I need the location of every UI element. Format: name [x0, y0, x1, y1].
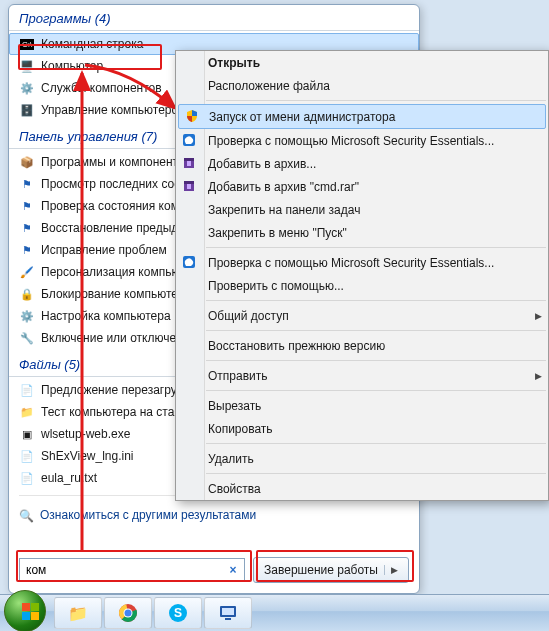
svg-rect-5: [184, 181, 194, 184]
clear-search-icon[interactable]: ×: [226, 563, 240, 577]
flag-icon: ⚑: [19, 176, 35, 192]
feat-icon: 🔧: [19, 330, 35, 346]
lock-icon: 🔒: [19, 286, 35, 302]
more-results-link[interactable]: 🔍Ознакомиться с другими результатами: [9, 500, 419, 523]
chevron-right-icon[interactable]: ▶: [384, 565, 398, 575]
shield-icon: [184, 108, 200, 124]
folder-icon: 📁: [19, 404, 35, 420]
mse-icon: [181, 132, 197, 148]
context-menu-item[interactable]: Общий доступ▶: [176, 304, 548, 327]
rar-icon: [181, 178, 197, 194]
context-menu-item[interactable]: Проверить с помощью...: [176, 274, 548, 297]
context-menu-label: Свойства: [208, 482, 261, 496]
submenu-arrow-icon: ▶: [535, 311, 542, 321]
context-menu-item[interactable]: Проверка с помощью Microsoft Security Es…: [176, 129, 548, 152]
svg-rect-3: [187, 161, 191, 166]
context-menu-item[interactable]: Добавить в архив "cmd.rar": [176, 175, 548, 198]
context-menu-item[interactable]: Копировать: [176, 417, 548, 440]
context-menu-label: Закрепить на панели задач: [208, 203, 360, 217]
start-button[interactable]: [4, 590, 46, 631]
context-menu-separator: [206, 360, 546, 361]
shutdown-button[interactable]: Завершение работы ▶: [253, 557, 409, 583]
context-menu-item[interactable]: Закрепить в меню "Пуск": [176, 221, 548, 244]
pers-icon: 🖌️: [19, 264, 35, 280]
context-menu-item[interactable]: Восстановить прежнюю версию: [176, 334, 548, 357]
shutdown-label: Завершение работы: [264, 563, 378, 577]
context-menu-item[interactable]: Проверка с помощью Microsoft Security Es…: [176, 251, 548, 274]
context-menu-item[interactable]: Удалить: [176, 447, 548, 470]
context-menu-label: Отправить: [208, 369, 268, 383]
context-menu-label: Проверить с помощью...: [208, 279, 344, 293]
taskbar: 📁 S: [0, 594, 549, 631]
result-label: Настройка компьютера: [41, 309, 171, 323]
context-menu-label: Расположение файла: [208, 79, 330, 93]
flag-icon: ⚑: [19, 242, 35, 258]
taskbar-skype-button[interactable]: S: [154, 597, 202, 629]
result-label: Компьютер: [41, 59, 103, 73]
exe-icon: ▣: [19, 426, 35, 442]
result-label: Службы компонентов: [41, 81, 162, 95]
context-menu-item[interactable]: Отправить▶: [176, 364, 548, 387]
pc-icon: 🖥️: [19, 58, 35, 74]
cmd-icon: C:\: [19, 36, 35, 52]
flag-icon: ⚑: [19, 198, 35, 214]
context-menu-label: Добавить в архив...: [208, 157, 316, 171]
context-menu: ОткрытьРасположение файлаЗапуск от имени…: [175, 50, 549, 501]
context-menu-label: Удалить: [208, 452, 254, 466]
monitor-icon: [218, 603, 238, 623]
submenu-arrow-icon: ▶: [535, 371, 542, 381]
context-menu-item[interactable]: Добавить в архив...: [176, 152, 548, 175]
mgmt-icon: 🗄️: [19, 102, 35, 118]
result-label: Управление компьютером: [41, 103, 186, 117]
context-menu-label: Общий доступ: [208, 309, 289, 323]
context-menu-label: Проверка с помощью Microsoft Security Es…: [208, 134, 494, 148]
context-menu-label: Открыть: [208, 56, 260, 70]
context-menu-separator: [206, 300, 546, 301]
svc-icon: ⚙️: [19, 80, 35, 96]
context-menu-item[interactable]: Свойства: [176, 477, 548, 500]
context-menu-label: Восстановить прежнюю версию: [208, 339, 385, 353]
txt-icon: 📄: [19, 470, 35, 486]
gear-icon: ⚙️: [19, 308, 35, 324]
taskbar-app-button[interactable]: [204, 597, 252, 629]
context-menu-separator: [206, 247, 546, 248]
chrome-icon: [118, 603, 138, 623]
context-menu-item[interactable]: Расположение файла: [176, 74, 548, 97]
context-menu-separator: [206, 390, 546, 391]
skype-icon: S: [168, 603, 188, 623]
svg-rect-6: [187, 184, 191, 189]
context-menu-separator: [206, 473, 546, 474]
taskbar-chrome-button[interactable]: [104, 597, 152, 629]
context-menu-item[interactable]: Запуск от имени администратора: [178, 104, 546, 129]
result-label: Командная строка: [41, 37, 143, 51]
result-label: eula_ru.txt: [41, 471, 97, 485]
search-row: × Завершение работы ▶: [19, 557, 409, 583]
context-menu-label: Проверка с помощью Microsoft Security Es…: [208, 256, 494, 270]
mse-icon: [181, 254, 197, 270]
context-menu-label: Запуск от имени администратора: [209, 110, 395, 124]
context-menu-label: Добавить в архив "cmd.rar": [208, 180, 359, 194]
context-menu-separator: [206, 443, 546, 444]
svg-rect-2: [184, 158, 194, 161]
context-menu-item[interactable]: Открыть: [176, 51, 548, 74]
context-menu-label: Закрепить в меню "Пуск": [208, 226, 347, 240]
svg-text:S: S: [174, 606, 182, 620]
context-menu-item[interactable]: Закрепить на панели задач: [176, 198, 548, 221]
taskbar-explorer-button[interactable]: 📁: [54, 597, 102, 629]
context-menu-label: Вырезать: [208, 399, 261, 413]
section-header-programs: Программы (4): [9, 5, 419, 31]
search-box[interactable]: ×: [19, 558, 245, 582]
search-input[interactable]: [24, 559, 226, 581]
windows-logo-icon: [22, 603, 39, 620]
result-label: wlsetup-web.exe: [41, 427, 130, 441]
result-label: ShExView_lng.ini: [41, 449, 134, 463]
svg-point-12: [125, 610, 132, 617]
flag-icon: ⚑: [19, 220, 35, 236]
context-menu-item[interactable]: Вырезать: [176, 394, 548, 417]
search-icon: 🔍: [19, 509, 34, 523]
rar-icon: [181, 155, 197, 171]
context-menu-separator: [206, 100, 546, 101]
svg-rect-17: [225, 618, 231, 620]
result-label: Исправление проблем: [41, 243, 167, 257]
result-label: Включение или отключение: [41, 331, 196, 345]
